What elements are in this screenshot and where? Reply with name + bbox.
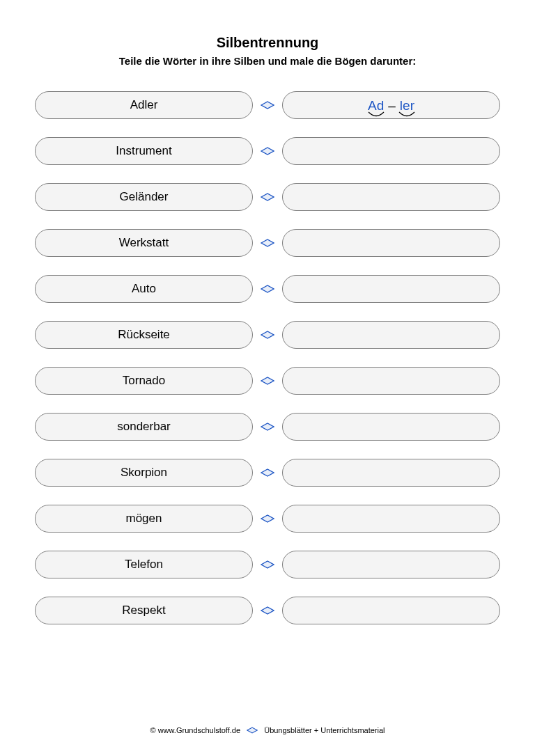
answer-pill[interactable] (282, 597, 500, 624)
word-row: Instrument (35, 137, 500, 165)
word-pill: Tornado (35, 367, 253, 395)
word-pill: mögen (35, 505, 253, 533)
word-label: Instrument (116, 144, 171, 158)
divider-icon (260, 606, 275, 615)
answer-pill[interactable] (282, 229, 500, 257)
word-label: Adler (130, 98, 158, 112)
word-label: Rückseite (118, 328, 170, 342)
footer: © www.Grundschulstoff.de Übungsblätter +… (0, 726, 535, 735)
word-pill: Geländer (35, 183, 253, 211)
word-row: Respekt (35, 597, 500, 624)
word-pill: Werkstatt (35, 229, 253, 257)
divider-icon (260, 147, 275, 155)
svg-marker-12 (247, 727, 257, 733)
answer-pill[interactable] (282, 137, 500, 165)
word-pill: Rückseite (35, 321, 253, 349)
syllable-text: Ad (368, 98, 384, 113)
divider-icon (260, 423, 275, 431)
svg-marker-1 (261, 148, 274, 155)
divider-icon (260, 285, 275, 293)
svg-marker-8 (261, 469, 274, 476)
word-pill: Instrument (35, 137, 253, 165)
divider-icon (247, 727, 258, 735)
word-pill: Adler (35, 91, 253, 119)
answer-pill[interactable] (282, 275, 500, 303)
syllable: Ad (368, 99, 384, 112)
word-label: Telefon (125, 558, 163, 572)
answer-pill[interactable] (282, 459, 500, 487)
word-row: Skorpion (35, 459, 500, 487)
answer-pill[interactable] (282, 505, 500, 533)
word-label: Werkstatt (119, 236, 169, 250)
word-pill: Skorpion (35, 459, 253, 487)
word-pill: Auto (35, 275, 253, 303)
divider-icon (260, 514, 275, 523)
page-title: Silbentrennung (35, 35, 500, 51)
svg-marker-11 (261, 607, 274, 614)
svg-marker-9 (261, 515, 274, 522)
word-row: Tornado (35, 367, 500, 395)
divider-icon (260, 560, 275, 569)
divider-icon (260, 468, 275, 477)
word-row: Geländer (35, 183, 500, 211)
word-row: Auto (35, 275, 500, 303)
page-subtitle: Teile die Wörter in ihre Silben und male… (35, 55, 500, 67)
example-answer: Ad – ler (368, 99, 414, 112)
answer-pill[interactable]: Ad – ler (282, 91, 500, 119)
word-label: Geländer (120, 190, 169, 204)
answer-pill[interactable] (282, 183, 500, 211)
word-row: mögen (35, 505, 500, 533)
word-label: sonderbar (117, 420, 171, 434)
word-pill: Telefon (35, 551, 253, 578)
answer-pill[interactable] (282, 413, 500, 441)
divider-icon (260, 193, 275, 201)
svg-marker-10 (261, 561, 274, 568)
word-row: Rückseite (35, 321, 500, 349)
divider-icon (260, 239, 275, 247)
svg-marker-2 (261, 194, 274, 200)
syllable: ler (400, 99, 414, 112)
arc-icon (368, 111, 385, 118)
word-row: Telefon (35, 551, 500, 578)
svg-marker-5 (261, 331, 274, 338)
svg-marker-0 (261, 102, 274, 109)
answer-pill[interactable] (282, 551, 500, 578)
footer-text: Übungsblätter + Unterrichtsmaterial (264, 726, 385, 734)
svg-marker-4 (261, 285, 274, 292)
syllable-text: ler (400, 98, 414, 113)
separator: – (388, 99, 396, 112)
svg-marker-3 (261, 239, 274, 246)
word-label: mögen (126, 512, 162, 526)
divider-icon (260, 331, 275, 339)
header: Silbentrennung Teile die Wörter in ihre … (35, 35, 500, 67)
arc-icon (398, 111, 415, 118)
word-row: Adler Ad – ler (35, 91, 500, 119)
word-label: Skorpion (121, 466, 167, 480)
answer-pill[interactable] (282, 321, 500, 349)
word-row: Werkstatt (35, 229, 500, 257)
word-pill: sonderbar (35, 413, 253, 441)
word-label: Tornado (123, 374, 165, 388)
word-pill: Respekt (35, 597, 253, 624)
divider-icon (260, 377, 275, 385)
word-row: sonderbar (35, 413, 500, 441)
word-rows: Adler Ad – ler (35, 91, 500, 624)
word-label: Auto (132, 282, 156, 296)
svg-marker-7 (261, 423, 274, 430)
footer-copyright: © www.Grundschulstoff.de (150, 726, 240, 734)
word-label: Respekt (122, 604, 165, 617)
svg-marker-6 (261, 377, 274, 384)
divider-icon (260, 101, 275, 109)
answer-pill[interactable] (282, 367, 500, 395)
worksheet-page: Silbentrennung Teile die Wörter in ihre … (0, 0, 535, 756)
